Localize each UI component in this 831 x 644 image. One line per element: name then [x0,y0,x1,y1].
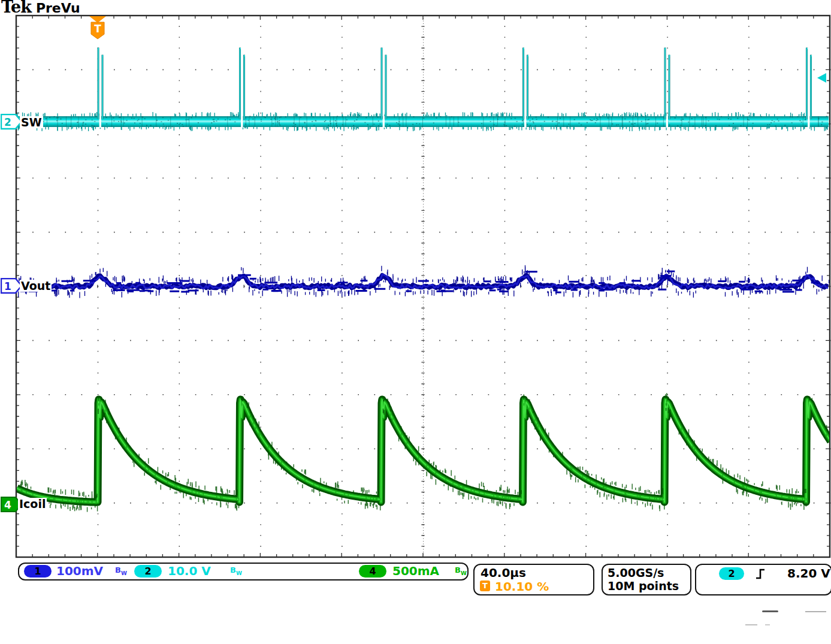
ch1-marker-number: 1 [4,280,11,292]
icoil-trace-core [17,400,831,502]
trigger-level-readout[interactable]: 8.20 V [787,567,830,580]
acquisition-readout-box[interactable]: 5.00GS/s 10M points [602,564,691,595]
artifact-mark [745,624,757,625]
ch4-trace-label: Icoil [18,498,47,510]
artifact-mark [765,624,770,625]
trigger-readout-box[interactable]: 2 8.20 V [695,564,831,595]
icoil-noise-bright [21,403,826,503]
ch2-marker-number: 2 [4,116,11,128]
icoil-trace-outline [17,400,831,502]
trigger-level-arrow-icon [817,72,827,83]
artifact-mark [762,610,778,612]
trigger-position-marker[interactable]: T [88,16,107,43]
ch1-badge[interactable]: 1 [24,565,52,578]
sw-spike-gap [99,116,101,128]
ch4-bandwidth-limit-icon: BW [455,566,467,578]
icoil-trace [17,400,831,502]
record-length-readout: 10M points [608,579,679,592]
ch1-bandwidth-limit-icon: BW [115,566,127,578]
artifact-mark [805,611,826,612]
trigger-arrow-icon [89,16,106,23]
ch1-scale-readout[interactable]: 100mV [56,564,103,578]
ch2-trace-label: SW [20,116,43,128]
oscilloscope-screen: TekPreVu T 2 1 4 SW Vout [0,0,831,644]
trigger-position-icon: T [480,580,490,591]
ch2-bandwidth-limit-icon: BW [230,566,242,578]
ch4-marker-number: 4 [4,499,11,511]
sw-spike-gap [808,116,809,128]
ch2-scale-readout[interactable]: 10.0 V [168,564,211,578]
sw-spike-gap [383,116,385,128]
ch2-badge[interactable]: 2 [134,565,162,578]
ch4-scale-readout[interactable]: 500mA [392,564,439,578]
sw-spike-gap [524,116,526,128]
rising-edge-slope-icon [755,568,766,580]
sw-spike-gap [666,116,668,128]
left-arrow-icon [817,73,826,83]
ch4-badge[interactable]: 4 [359,565,386,578]
waveforms-layer [17,49,831,512]
channel-readouts-box[interactable]: 1 100mV BW 2 10.0 V BW 4 500mA BW [18,563,469,580]
graticule-and-waveforms [0,0,831,644]
trigger-flag-letter: T [94,23,101,35]
horizontal-readout-box[interactable]: 40.0µs T 10.10 % [473,564,594,595]
ch1-trace-label: Vout [20,280,52,292]
sample-rate-readout: 5.00GS/s [608,566,664,579]
sw-spike-gap [241,116,243,128]
timebase-readout[interactable]: 40.0µs [481,566,526,579]
trigger-level-marker[interactable] [817,72,827,86]
trigger-position-readout[interactable]: 10.10 % [495,580,549,593]
edge-step-shape [756,570,764,578]
trigger-source-badge[interactable]: 2 [719,567,744,580]
trigger-marker-icon: T [88,16,107,41]
